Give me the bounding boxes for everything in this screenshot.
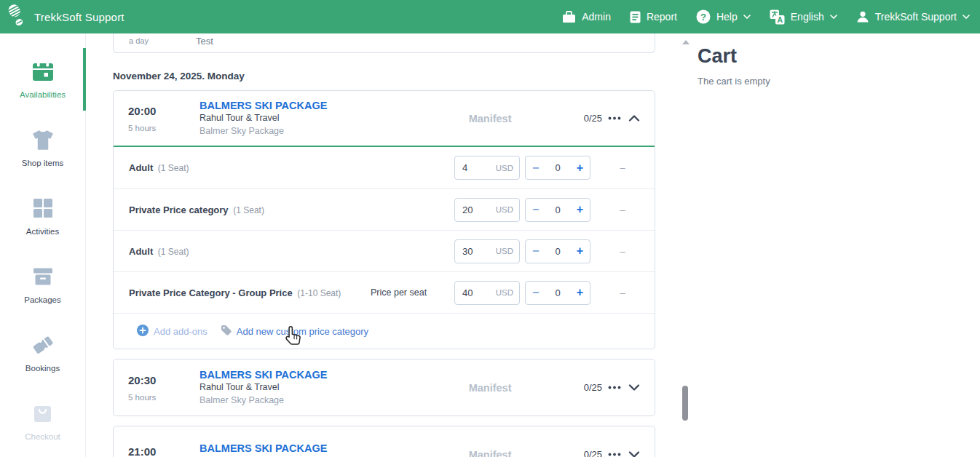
start-time: 21:00 [128, 445, 189, 457]
quantity-stepper: − 0 + [525, 156, 590, 180]
time-column: 20:30 5 hours [128, 374, 189, 402]
nav-report-label: Report [647, 11, 677, 23]
price-category-row: Private Price category (1 Seat) USD − 0 … [114, 188, 655, 230]
start-time: 20:00 [128, 105, 189, 117]
category-seats: (1 Seat) [158, 247, 189, 257]
sidebar-item-bookings[interactable]: Bookings [0, 325, 85, 383]
quantity-value: 0 [555, 287, 560, 298]
nav-language-label: English [791, 11, 824, 23]
nav-report[interactable]: Report [630, 11, 677, 23]
chevron-down-icon[interactable] [628, 384, 640, 391]
top-header: TrekkSoft Support Admin Report [0, 0, 980, 33]
sidebar-item-availabilities[interactable]: Availabilities [0, 51, 85, 109]
operator-name: Rahul Tour & Travel [199, 112, 469, 125]
sidebar-label-shop-items: Shop items [22, 159, 64, 167]
sidebar-item-shop-items[interactable]: Shop items [0, 119, 85, 178]
plus-icon[interactable]: + [577, 287, 583, 298]
add-custom-price-category-link[interactable]: Add new custom price category [221, 325, 368, 338]
minus-icon[interactable]: − [532, 162, 539, 174]
nav-account-label: TrekkSoft Support [875, 11, 957, 23]
add-custom-price-category-label: Add new custom price category [237, 326, 368, 337]
nav-language[interactable]: A English [770, 9, 837, 25]
category-seats: (1 Seat) [233, 205, 264, 215]
brand[interactable]: TrekkSoft Support [0, 3, 125, 31]
cart-title: Cart [698, 45, 770, 68]
more-options-icon[interactable] [608, 116, 621, 120]
chevron-down-icon [963, 15, 970, 19]
total-placeholder: – [590, 287, 655, 298]
availability-card: 20:00 5 hours BALMERS SKI PACKAGE Rahul … [113, 90, 655, 349]
start-time: 20:30 [128, 374, 189, 386]
title-column: BALMERS SKI PACKAGE Rahul Tour & Travel [199, 442, 469, 457]
more-options-icon[interactable] [608, 453, 621, 456]
previous-card-duration: a day [129, 36, 149, 45]
more-options-icon[interactable] [608, 386, 621, 389]
category-seats: (1-10 Seat) [297, 288, 341, 298]
package-title-link[interactable]: BALMERS SKI PACKAGE [199, 442, 327, 454]
nav-help-label: Help [716, 11, 738, 23]
package-title-link[interactable]: BALMERS SKI PACKAGE [199, 369, 327, 381]
availability-card-header[interactable]: 20:30 5 hours BALMERS SKI PACKAGE Rahul … [114, 359, 655, 416]
price-input[interactable] [455, 204, 489, 215]
sidebar-label-packages: Packages [24, 295, 61, 304]
capacity-count: 0/25 [584, 382, 602, 393]
manifest-label: Manifest [469, 113, 584, 124]
sidebar-item-packages[interactable]: Packages [0, 256, 85, 314]
duration: 5 hours [128, 393, 189, 402]
sidebar-label-activities: Activities [26, 227, 59, 236]
minus-icon[interactable]: − [532, 204, 539, 215]
plus-icon[interactable]: + [577, 162, 583, 174]
tickets-icon [31, 333, 55, 357]
manifest-label: Manifest [469, 449, 584, 457]
category-name: Private Price Category - Group Price [129, 287, 293, 298]
nav-account[interactable]: TrekkSoft Support [856, 10, 970, 23]
price-input-box: USD [454, 156, 520, 180]
previous-availability-card[interactable]: a day Test [113, 33, 655, 53]
plus-icon[interactable]: + [577, 245, 583, 257]
sidebar-label-availabilities: Availabilities [20, 90, 66, 99]
price-input-box: USD [454, 281, 520, 305]
briefcase-icon [562, 11, 576, 23]
currency-label: USD [496, 205, 519, 214]
previous-card-title[interactable]: Test [196, 36, 213, 47]
plus-icon[interactable]: + [577, 204, 583, 215]
title-column: BALMERS SKI PACKAGE Rahul Tour & Travel … [199, 368, 469, 408]
availability-card-header[interactable]: 20:00 5 hours BALMERS SKI PACKAGE Rahul … [114, 91, 655, 147]
chevron-down-icon[interactable] [628, 451, 640, 457]
nav-help[interactable]: ? Help [696, 9, 751, 24]
add-addons-label: Add add-ons [154, 326, 208, 337]
chevron-down-icon [743, 15, 751, 19]
availability-card-header[interactable]: 21:00 BALMERS SKI PACKAGE Rahul Tour & T… [114, 426, 655, 457]
quantity-stepper: − 0 + [525, 198, 590, 222]
plus-circle-icon [137, 325, 149, 338]
price-category-label: Adult (1 Seat) [129, 162, 371, 173]
price-input[interactable] [455, 287, 489, 298]
price-input-box: USD [454, 198, 520, 222]
tshirt-icon [31, 127, 55, 152]
minus-icon[interactable]: − [532, 245, 539, 257]
sidebar-item-checkout[interactable]: Checkout [0, 393, 85, 451]
sidebar-item-activities[interactable]: Activities [0, 188, 85, 246]
brand-name: TrekkSoft Support [34, 11, 125, 23]
scrollbar-thumb[interactable] [682, 386, 688, 421]
price-input[interactable] [455, 162, 489, 173]
add-addons-link[interactable]: Add add-ons [137, 325, 208, 338]
minus-icon[interactable]: − [532, 287, 539, 298]
price-category-label: Private Price Category - Group Price (1-… [129, 287, 371, 298]
tag-icon [221, 325, 232, 338]
quantity-value: 0 [555, 246, 560, 257]
scrollbar-up-arrow-icon[interactable] [682, 40, 689, 44]
quantity-stepper: − 0 + [525, 281, 590, 305]
chevron-up-icon[interactable] [628, 115, 640, 122]
package-title-link[interactable]: BALMERS SKI PACKAGE [199, 100, 327, 111]
footprint-logo-icon [6, 3, 28, 31]
price-input[interactable] [455, 246, 489, 257]
category-name: Adult [129, 246, 153, 257]
price-category-row: Adult (1 Seat) USD − 0 + – [114, 230, 655, 271]
capacity-group: 0/25 [584, 449, 640, 457]
currency-label: USD [496, 164, 519, 172]
nav-admin[interactable]: Admin [562, 11, 611, 23]
capacity-count: 0/25 [584, 113, 602, 124]
cart-panel: Cart The cart is empty [698, 45, 770, 87]
price-category-row: Adult (1 Seat) USD − 0 + – [114, 147, 655, 188]
